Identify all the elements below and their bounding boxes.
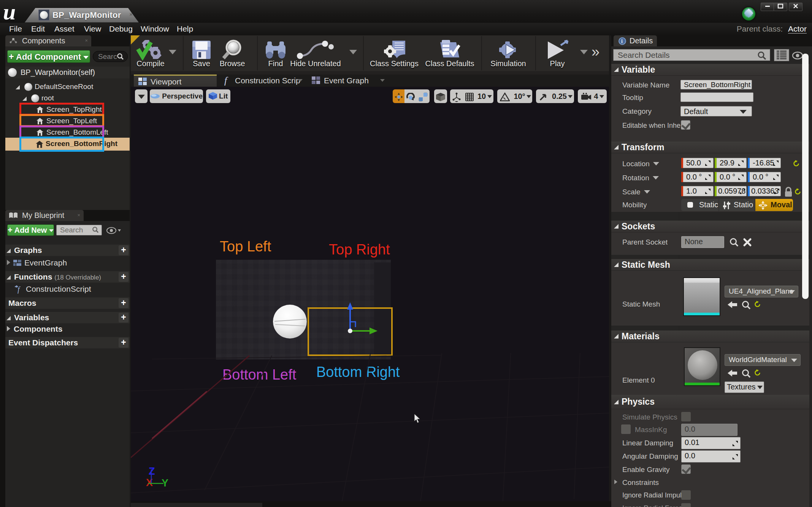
svg-text:i: i <box>621 38 623 44</box>
svg-text:f: f <box>17 285 21 294</box>
